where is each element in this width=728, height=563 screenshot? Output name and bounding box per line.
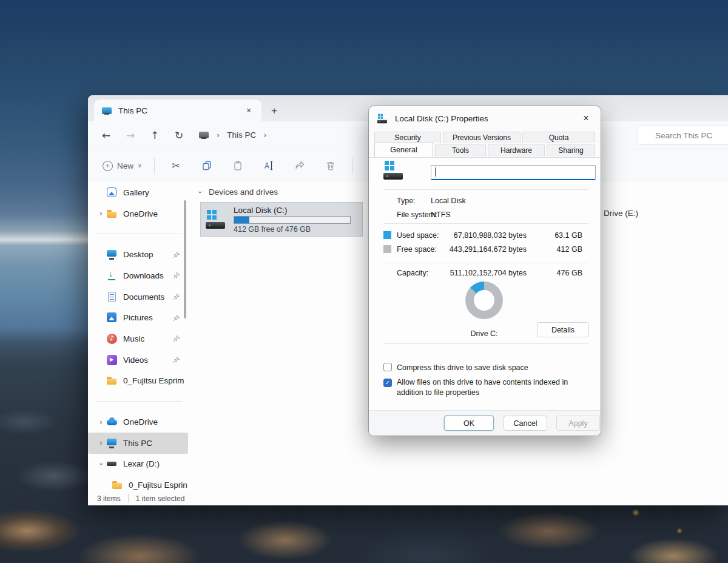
tab-tools[interactable]: Tools: [435, 144, 486, 157]
rename-button[interactable]: [254, 155, 285, 177]
paste-icon: [232, 160, 243, 171]
text-caret: [435, 167, 436, 177]
compress-checkbox-label[interactable]: Compress this drive to save disk space: [397, 363, 590, 373]
dialog-tabs: Security Previous Versions Quota General…: [374, 132, 595, 157]
free-space-size: 412 GB: [557, 245, 582, 254]
refresh-icon[interactable]: ↻: [167, 125, 191, 146]
sidebar-item-music[interactable]: Music: [88, 328, 188, 349]
sidebar-item-pictures[interactable]: Pictures: [88, 307, 188, 328]
volume-label-input[interactable]: [431, 165, 596, 180]
close-icon[interactable]: ×: [580, 113, 592, 124]
tab-this-pc[interactable]: This PC ×: [94, 99, 261, 121]
up-icon[interactable]: ↑: [143, 125, 167, 146]
group-header-label: Devices and drives: [209, 187, 278, 197]
status-divider: [128, 494, 129, 502]
search-input[interactable]: [638, 126, 728, 145]
index-checkbox-label[interactable]: Allow files on this drive to have conten…: [397, 377, 590, 398]
ok-button[interactable]: OK: [444, 416, 494, 431]
sidebar-item-gallery[interactable]: Gallery: [88, 182, 188, 203]
cancel-button[interactable]: Cancel: [504, 416, 547, 431]
new-button[interactable]: + New ∨: [96, 155, 148, 176]
sidebar-item-label: OneDrive: [123, 417, 188, 426]
tab-close-icon[interactable]: ×: [243, 106, 254, 115]
back-icon[interactable]: ←: [94, 125, 118, 146]
cut-button[interactable]: ✂: [161, 155, 192, 177]
videos-icon: [106, 354, 118, 366]
chevron-down-icon: ›: [196, 189, 204, 196]
pin-icon: [173, 251, 180, 258]
tab-sharing[interactable]: Sharing: [547, 144, 595, 157]
drive-icon: [106, 458, 118, 470]
sidebar-item-fujitsu-folder[interactable]: 0_Fujitsu Esprim: [88, 371, 188, 392]
capacity-donut: [465, 282, 503, 319]
dialog-title: Local Disk (C:) Properties: [395, 114, 488, 123]
local-disk-icon: [206, 210, 228, 229]
chevron-right-icon[interactable]: ›: [96, 439, 106, 447]
sidebar-item-label: Lexar (D:): [123, 459, 188, 468]
free-space-label: Free space:: [397, 245, 437, 254]
tab-title: This PC: [118, 106, 147, 115]
tab-security[interactable]: Security: [374, 132, 441, 143]
music-icon: [106, 333, 118, 345]
index-checkbox[interactable]: ✓: [383, 379, 392, 387]
sidebar-item-label: Downloads: [123, 271, 173, 280]
sidebar-item-onedrive-folder[interactable]: › OneDrive: [88, 203, 188, 224]
sidebar-item-documents[interactable]: Documents: [88, 286, 188, 308]
copy-button[interactable]: [192, 155, 223, 177]
sidebar-item-downloads[interactable]: Downloads: [88, 265, 188, 286]
drive-caption: Drive C:: [454, 329, 514, 338]
chevron-right-icon: ›: [217, 130, 220, 140]
onedrive-cloud-icon: [106, 416, 118, 428]
delete-button[interactable]: [315, 155, 346, 177]
free-space-swatch: [383, 245, 391, 253]
drive-e-label[interactable]: Drive (E:): [604, 209, 638, 218]
chevron-right-icon[interactable]: ›: [96, 209, 106, 218]
sidebar-item-this-pc[interactable]: › This PC: [88, 433, 188, 454]
used-space-size: 63.1 GB: [554, 231, 582, 240]
status-bar: 3 items 1 item selected: [88, 491, 728, 505]
group-header[interactable]: › Devices and drives: [197, 187, 278, 197]
tab-quota[interactable]: Quota: [522, 132, 595, 143]
local-disk-icon: [377, 113, 388, 123]
trash-icon: [325, 160, 336, 171]
cut-icon: ✂: [172, 160, 180, 172]
chevron-right-icon[interactable]: ›: [96, 418, 106, 426]
apply-button[interactable]: Apply: [556, 416, 600, 431]
used-space-swatch: [383, 231, 391, 239]
drive-usage-fill: [234, 217, 249, 223]
tab-hardware[interactable]: Hardware: [488, 144, 545, 157]
pin-icon: [173, 272, 180, 279]
compress-checkbox[interactable]: [383, 363, 392, 371]
sidebar-item-label: Desktop: [123, 250, 173, 259]
breadcrumb: › This PC ›: [198, 130, 266, 140]
sidebar-item-label: OneDrive: [123, 209, 188, 218]
separator: [383, 189, 588, 190]
sidebar-divider: [88, 224, 188, 244]
sidebar-item-desktop[interactable]: Desktop: [88, 244, 188, 265]
details-button[interactable]: Details: [537, 322, 589, 337]
plus-circle-icon: +: [103, 161, 113, 171]
chevron-down-icon[interactable]: ›: [97, 459, 106, 469]
computer-icon[interactable]: [198, 130, 209, 140]
capacity-size: 476 GB: [557, 269, 582, 277]
paste-button[interactable]: [223, 155, 254, 177]
copy-icon: [201, 160, 212, 171]
sidebar-item-label: This PC: [123, 439, 188, 448]
toolbar-divider: [352, 158, 353, 174]
new-tab-button[interactable]: +: [271, 106, 277, 116]
tab-previous-versions[interactable]: Previous Versions: [443, 132, 521, 143]
pin-icon: [173, 314, 180, 322]
sidebar-item-label: 0_Fujitsu Esprim: [123, 376, 188, 385]
sidebar-scrollbar[interactable]: [184, 200, 186, 319]
sidebar-item-onedrive[interactable]: › OneDrive: [88, 411, 188, 433]
drive-c-tile[interactable]: Local Disk (C:) 412 GB free of 476 GB: [200, 202, 363, 237]
sidebar-item-lexar-d[interactable]: › Lexar (D:): [88, 454, 188, 475]
sidebar-item-videos[interactable]: Videos: [88, 349, 188, 371]
chevron-right-icon: ›: [263, 130, 266, 140]
share-button[interactable]: [285, 155, 315, 177]
drive-usage-bar: [234, 216, 351, 224]
forward-icon[interactable]: →: [118, 125, 143, 146]
breadcrumb-this-pc[interactable]: This PC: [227, 130, 256, 140]
gallery-icon: [106, 187, 118, 198]
tab-general[interactable]: General: [374, 143, 433, 157]
